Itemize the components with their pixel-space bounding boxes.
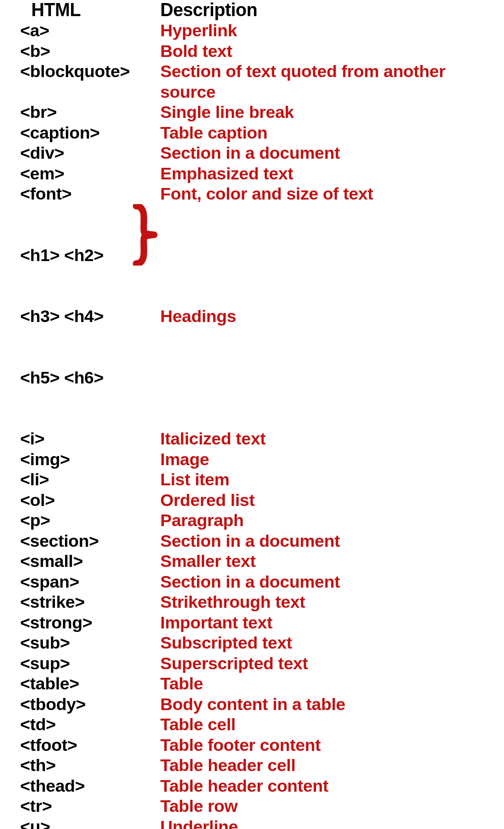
headings-description: Headings <box>160 204 484 429</box>
table-row: <em>Emphasized text <box>20 163 484 184</box>
html-tag-cell: <caption> <box>20 122 160 143</box>
description-cell: Underline <box>160 816 484 830</box>
table-row: <li>List item <box>20 469 484 490</box>
html-tag-cell: <tr> <box>20 796 160 816</box>
description-cell: List item <box>160 469 484 490</box>
description-cell: Smaller text <box>160 551 484 571</box>
headings-desc-text: Headings <box>160 306 236 327</box>
html-tag-cell: <tfoot> <box>20 735 160 755</box>
html-tag-cell: <section> <box>20 531 160 551</box>
table-row: <blockquote>Section of text quoted from … <box>20 61 484 102</box>
html-tag-cell: <blockquote> <box>20 61 160 82</box>
description-cell: Emphasized text <box>160 163 484 184</box>
table-row: <th>Table header cell <box>20 755 484 776</box>
header-html: HTML <box>20 1 160 19</box>
table-row: <caption>Table caption <box>20 122 484 143</box>
table-row: <tbody>Body content in a table <box>20 694 484 715</box>
table-row: <tr>Table row <box>20 796 484 816</box>
table-row: <strong>Important text <box>20 612 484 633</box>
description-cell: Table header content <box>160 776 484 796</box>
headings-group-row: <h1> <h2> <h3> <h4> <h5> <h6> Headings <box>20 204 484 429</box>
description-cell: Important text <box>160 612 484 633</box>
table-row: <font>Font, color and size of text <box>20 183 484 204</box>
description-cell: Subscripted text <box>160 632 484 653</box>
description-cell: Ordered list <box>160 490 484 511</box>
rows-top: <a>Hyperlink<b>Bold text<blockquote>Sect… <box>20 20 484 204</box>
html-tag-cell: <tbody> <box>20 694 160 715</box>
table-row: <u>Underline <box>20 816 484 830</box>
table-row: <span>Section in a document <box>20 571 484 592</box>
description-cell: Section in a document <box>160 531 484 551</box>
headings-tags-block: <h1> <h2> <h3> <h4> <h5> <h6> <box>20 204 132 429</box>
html-tag-cell: <em> <box>20 163 160 184</box>
description-cell: Table caption <box>160 122 484 143</box>
table-row: <td>Table cell <box>20 714 484 735</box>
headings-line: <h3> <h4> <box>20 306 132 327</box>
rows-bottom: <i>Italicized text<img>Image<li>List ite… <box>20 428 484 829</box>
description-cell: Section in a document <box>160 143 484 163</box>
html-tag-cell: <th> <box>20 755 160 776</box>
html-tag-cell: <p> <box>20 510 160 531</box>
table-row: <img>Image <box>20 449 484 470</box>
headings-line: <h5> <h6> <box>20 367 132 388</box>
description-cell: Table footer content <box>160 735 484 755</box>
description-cell: Table cell <box>160 714 484 735</box>
description-cell: Hyperlink <box>160 20 484 41</box>
description-cell: Superscripted text <box>160 653 484 674</box>
html-tag-cell: <td> <box>20 714 160 735</box>
description-cell: Table <box>160 673 484 694</box>
html-tag-cell: <span> <box>20 571 160 592</box>
description-cell: Image <box>160 449 484 470</box>
description-cell: Font, color and size of text <box>160 183 484 204</box>
description-cell: Section of text quoted from another sour… <box>160 61 484 102</box>
table-row: <sup>Superscripted text <box>20 653 484 674</box>
header-row: HTML Description <box>20 0 484 20</box>
description-cell: Italicized text <box>160 428 484 449</box>
description-cell: Table row <box>160 796 484 816</box>
html-tag-cell: <strong> <box>20 612 160 633</box>
html-tag-cell: <li> <box>20 469 160 490</box>
html-tag-cell: <i> <box>20 428 160 449</box>
html-tag-cell: <div> <box>20 143 160 163</box>
html-tag-cell: <sub> <box>20 632 160 653</box>
table-row: <ol>Ordered list <box>20 490 484 511</box>
description-cell: Strikethrough text <box>160 592 484 612</box>
headings-line: <h1> <h2> <box>20 245 132 266</box>
html-tag-cell: <b> <box>20 41 160 61</box>
table-row: <table>Table <box>20 673 484 694</box>
html-tag-cell: <a> <box>20 20 160 41</box>
html-tag-cell: <u> <box>20 816 160 830</box>
header-description: Description <box>160 1 484 19</box>
html-tag-cell: <thead> <box>20 776 160 796</box>
description-cell: Table header cell <box>160 755 484 776</box>
table-row: <small>Smaller text <box>20 551 484 571</box>
html-tag-cell: <br> <box>20 102 160 122</box>
table-row: <strike>Strikethrough text <box>20 592 484 612</box>
table-row: <b>Bold text <box>20 41 484 61</box>
description-cell: Bold text <box>160 41 484 61</box>
table-row: <i>Italicized text <box>20 428 484 449</box>
description-cell: Single line break <box>160 102 484 122</box>
description-cell: Paragraph <box>160 510 484 531</box>
html-tag-cell: <strike> <box>20 592 160 612</box>
table-row: <sub>Subscripted text <box>20 632 484 653</box>
html-tag-cell: <img> <box>20 449 160 470</box>
table-row: <thead>Table header content <box>20 776 484 796</box>
curly-brace-icon <box>132 204 160 429</box>
html-reference-table: HTML Description <a>Hyperlink<b>Bold tex… <box>0 0 504 829</box>
html-tag-cell: <ol> <box>20 490 160 511</box>
html-tag-cell: <font> <box>20 183 160 204</box>
html-tag-cell: <small> <box>20 551 160 571</box>
table-row: <a>Hyperlink <box>20 20 484 41</box>
table-body: <a>Hyperlink<b>Bold text<blockquote>Sect… <box>20 20 484 829</box>
description-cell: Section in a document <box>160 571 484 592</box>
table-row: <br>Single line break <box>20 102 484 122</box>
table-row: <p>Paragraph <box>20 510 484 531</box>
table-row: <div>Section in a document <box>20 143 484 163</box>
html-tag-cell: <sup> <box>20 653 160 674</box>
html-tag-cell: <table> <box>20 673 160 694</box>
description-cell: Body content in a table <box>160 694 484 715</box>
table-row: <tfoot>Table footer content <box>20 735 484 755</box>
table-row: <section>Section in a document <box>20 531 484 551</box>
